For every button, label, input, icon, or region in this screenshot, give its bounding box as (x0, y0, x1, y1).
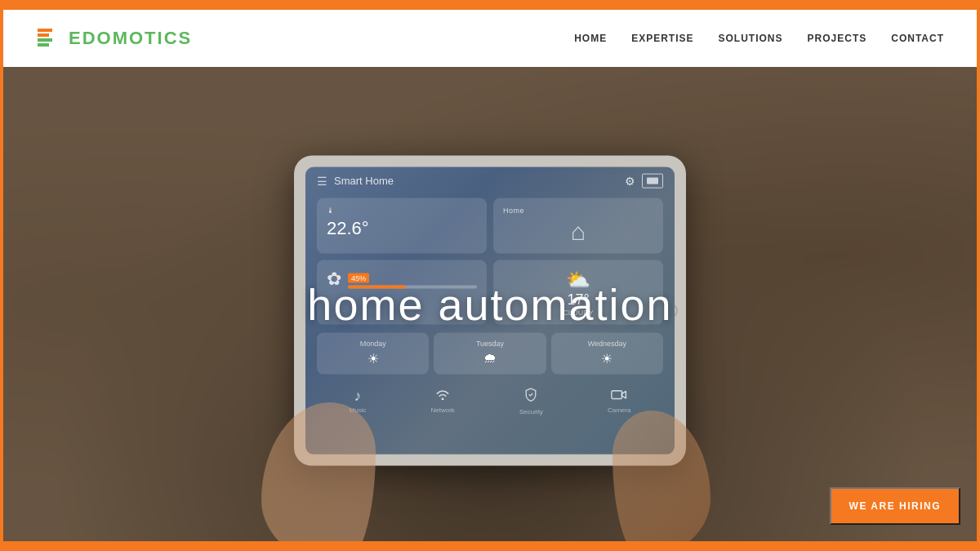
brand-name: EDOMOTICS (69, 28, 192, 49)
forecast-day-1: Monday (323, 339, 422, 347)
svg-rect-2 (38, 38, 52, 42)
header: EDOMOTICS HOME EXPERTISE SOLUTIONS PROJE… (3, 10, 977, 67)
house-widget: Home ⌂ (493, 198, 663, 253)
bottom-orange-bar (3, 541, 977, 548)
forecast-icon-3: ☀ (558, 350, 657, 366)
nav-solutions[interactable]: SOLUTIONS (719, 33, 783, 44)
nav-expertise[interactable]: EXPERTISE (631, 33, 693, 44)
temperature-widget: 🌡 22.6° (317, 198, 487, 253)
hero-headline: home automation (307, 279, 672, 330)
forecast-icon-2: 🌧 (440, 350, 539, 365)
hiring-button[interactable]: WE ARE HIRING (830, 487, 960, 525)
tablet-bottom-icons: ♪ Music Network (305, 380, 675, 418)
page-frame: EDOMOTICS HOME EXPERTISE SOLUTIONS PROJE… (3, 3, 977, 548)
forecast-wednesday: Wednesday ☀ (551, 332, 663, 374)
svg-rect-3 (38, 43, 49, 47)
svg-rect-0 (38, 29, 52, 32)
svg-rect-1 (38, 33, 49, 37)
temperature-value: 22.6° (327, 217, 477, 238)
security-icon-item[interactable]: Security (519, 387, 543, 415)
forecast-day-3: Wednesday (558, 339, 657, 347)
forecast-icon-1: ☀ (323, 350, 422, 366)
camera-icon-item[interactable]: Camera (608, 387, 630, 415)
svg-rect-4 (612, 390, 622, 398)
tablet-title: Smart Home (334, 175, 394, 187)
battery-icon (642, 173, 663, 188)
house-label: Home (503, 206, 653, 214)
menu-icon: ☰ (317, 174, 327, 187)
nav-projects[interactable]: PROJECTS (808, 33, 867, 44)
tablet-statusbar: ☰ Smart Home ⚙ (305, 167, 675, 194)
edomotics-logo-icon (36, 26, 60, 51)
settings-icon: ⚙ (625, 174, 635, 187)
nav-home[interactable]: HOME (574, 33, 607, 44)
forecast-day-2: Tuesday (440, 339, 539, 347)
wifi-icon (431, 387, 455, 404)
logo-area: EDOMOTICS (36, 26, 192, 51)
camera-icon (608, 387, 630, 404)
music-icon: ♪ (350, 387, 367, 404)
nav-contact[interactable]: CONTACT (891, 33, 944, 44)
forecast-monday: Monday ☀ (317, 332, 429, 374)
hero-section: ☰ Smart Home ⚙ (3, 67, 977, 541)
network-label: Network (431, 406, 455, 413)
camera-label: Camera (608, 406, 630, 413)
top-orange-bar (3, 3, 977, 10)
security-icon (519, 387, 543, 406)
security-label: Security (519, 407, 543, 415)
network-icon-item[interactable]: Network (431, 387, 455, 415)
forecast-row: Monday ☀ Tuesday 🌧 Wednesday ☀ (305, 332, 675, 380)
forecast-tuesday: Tuesday 🌧 (434, 332, 546, 374)
main-nav: HOME EXPERTISE SOLUTIONS PROJECTS CONTAC… (574, 33, 944, 44)
